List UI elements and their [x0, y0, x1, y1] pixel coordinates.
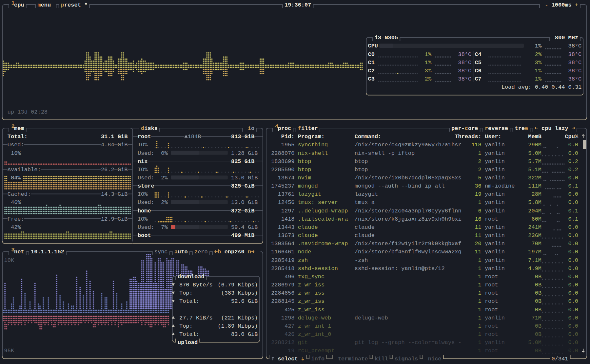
svg-text:0.2: 0.2: [568, 167, 579, 173]
svg-text:1.28 GiB: 1.28 GiB: [231, 150, 258, 156]
svg-text:mem: mem: [14, 125, 24, 132]
svg-text:reset *: reset *: [64, 2, 88, 8]
svg-text:Used:: Used:: [8, 142, 24, 148]
svg-text:825: 825: [231, 158, 241, 165]
svg-text:27.7 KiB/s: 27.7 KiB/s: [179, 315, 213, 321]
svg-text:git: git: [298, 339, 308, 346]
svg-text:everse: everse: [488, 125, 508, 132]
svg-text:1303564: 1303564: [271, 241, 294, 247]
svg-text:btop: btop: [355, 158, 368, 165]
svg-text:19: 19: [475, 191, 481, 197]
svg-text:Total:: Total:: [8, 134, 28, 140]
svg-text:yanlin: yanlin: [485, 175, 505, 181]
svg-text:0B: 0B: [535, 290, 541, 296]
svg-text:yanlin: yanlin: [485, 199, 505, 206]
svg-text:2285419: 2285419: [271, 257, 294, 264]
svg-text:net: net: [14, 249, 24, 255]
svg-text:terminate: terminate: [338, 356, 368, 362]
svg-text:95K: 95K: [4, 348, 14, 354]
svg-text:GiB: GiB: [245, 134, 255, 140]
svg-text:1: 1: [478, 298, 482, 304]
svg-text:1: 1: [478, 307, 482, 313]
svg-text:mongod: mongod: [298, 183, 318, 189]
svg-text:Top:: Top:: [179, 323, 193, 329]
svg-text:C1: C1: [368, 60, 375, 66]
svg-text:6: 6: [478, 208, 482, 214]
svg-text:a: a: [174, 249, 178, 255]
svg-text:0B: 0B: [535, 331, 541, 337]
svg-text:nvim: nvim: [298, 175, 311, 181]
svg-text:lazygit: lazygit: [298, 191, 321, 197]
svg-text:yanlin: yanlin: [485, 257, 505, 264]
svg-text:0.0: 0.0: [568, 265, 579, 272]
svg-text:lazygit: lazygit: [355, 191, 378, 197]
svg-text:root: root: [485, 331, 498, 337]
svg-text:236M: 236M: [528, 232, 541, 239]
svg-text:Pid:: Pid:: [281, 134, 295, 140]
svg-text:p: p: [61, 2, 64, 8]
svg-text:241M: 241M: [528, 224, 541, 230]
svg-text:0.0: 0.0: [568, 282, 579, 288]
svg-text:2284856: 2284856: [271, 290, 294, 296]
svg-text:tmux a: tmux a: [355, 199, 375, 206]
svg-text:yanlin: yanlin: [485, 249, 505, 255]
svg-text:0/341: 0/341: [552, 356, 568, 362]
svg-text:0.0: 0.0: [568, 241, 579, 247]
svg-text:deluge-web: deluge-web: [355, 315, 388, 321]
svg-text:tmux: server: tmux: server: [298, 199, 338, 206]
svg-text:1: 1: [478, 274, 482, 280]
svg-text:7.1M: 7.1M: [528, 257, 541, 264]
svg-text:yanlin: yanlin: [485, 265, 505, 272]
svg-text:0.2: 0.2: [568, 158, 579, 165]
svg-text:12.9: 12.9: [101, 216, 114, 222]
svg-text:git log --graph --color=always: git log --graph --color=always -: [355, 339, 462, 346]
svg-text:root: root: [138, 134, 151, 140]
svg-text:1745237: 1745237: [271, 183, 294, 189]
svg-text:7%: 7%: [161, 224, 168, 230]
svg-text:z_wr_int_0: z_wr_int_0: [298, 331, 331, 337]
svg-text:1000ms: 1000ms: [552, 2, 572, 8]
svg-text:btop: btop: [298, 158, 311, 165]
svg-text:2%: 2%: [161, 199, 168, 206]
svg-text:1: 1: [478, 199, 482, 206]
svg-text:1%: 1%: [425, 60, 432, 66]
svg-text:0.0: 0.0: [568, 348, 579, 354]
svg-text:20: 20: [475, 241, 481, 247]
svg-text:(383 Kibps): (383 Kibps): [221, 290, 258, 296]
svg-text:m: m: [37, 2, 41, 8]
svg-text:z_wr_iss: z_wr_iss: [298, 282, 325, 288]
svg-text:38°C: 38°C: [568, 60, 582, 66]
svg-text:Used:: Used:: [138, 224, 154, 230]
svg-text:0.0: 0.0: [568, 150, 579, 156]
svg-text:zsh: zsh: [298, 257, 308, 264]
svg-text:i3-N305: i3-N305: [375, 35, 398, 41]
svg-text:claude: claude: [355, 232, 375, 239]
svg-text:C0: C0: [368, 51, 375, 58]
svg-text:0B: 0B: [535, 274, 541, 280]
svg-text:r: r: [485, 125, 488, 132]
svg-text:c: c: [465, 125, 468, 132]
svg-text:tre: tre: [515, 125, 525, 132]
svg-text:1: 1: [478, 348, 482, 354]
svg-text:GiB: GiB: [118, 142, 128, 148]
svg-text:0B: 0B: [535, 323, 541, 329]
svg-text:Total:: Total:: [179, 298, 199, 304]
svg-text:11: 11: [475, 224, 481, 230]
svg-text:root: root: [485, 307, 498, 313]
svg-text:+: +: [575, 2, 578, 8]
svg-text:5.1M: 5.1M: [528, 167, 541, 173]
svg-text:10K: 10K: [4, 257, 14, 264]
svg-text:0B: 0B: [535, 298, 541, 304]
svg-text:download: download: [178, 274, 205, 280]
svg-text:1%: 1%: [425, 51, 432, 58]
svg-text:ero: ero: [198, 249, 208, 255]
svg-text:1%: 1%: [535, 43, 542, 49]
svg-text:38°C: 38°C: [458, 51, 472, 58]
svg-text:0.0: 0.0: [568, 224, 579, 230]
svg-text:sync: sync: [154, 249, 168, 255]
svg-text:0.0: 0.0: [568, 339, 579, 346]
svg-text:uto: uto: [178, 249, 188, 255]
svg-text:0.0: 0.0: [568, 274, 579, 280]
svg-text:38°C: 38°C: [458, 76, 472, 82]
svg-text:1: 1: [478, 265, 482, 272]
